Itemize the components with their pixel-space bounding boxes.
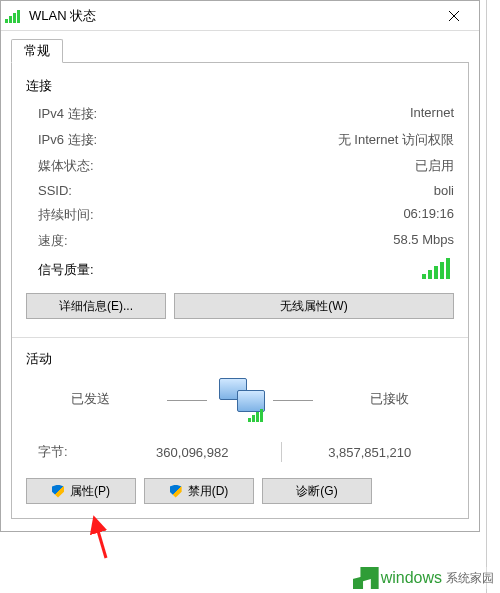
- speed-label: 速度:: [38, 232, 68, 250]
- received-label: 已接收: [325, 390, 454, 408]
- network-activity-icon: [219, 378, 262, 420]
- row-ipv6: IPv6 连接: 无 Internet 访问权限: [26, 131, 454, 149]
- row-ssid: SSID: boli: [26, 183, 454, 198]
- row-duration: 持续时间: 06:19:16: [26, 206, 454, 224]
- title-bar: WLAN 状态: [1, 1, 479, 31]
- close-button[interactable]: [433, 1, 475, 31]
- row-media: 媒体状态: 已启用: [26, 157, 454, 175]
- media-value: 已启用: [415, 157, 454, 175]
- separator: [12, 337, 468, 338]
- duration-label: 持续时间:: [38, 206, 94, 224]
- bytes-label: 字节:: [38, 443, 108, 461]
- media-label: 媒体状态:: [38, 157, 94, 175]
- bytes-sent-value: 360,096,982: [108, 445, 277, 460]
- sent-label: 已发送: [26, 390, 155, 408]
- details-button[interactable]: 详细信息(E)...: [26, 293, 166, 319]
- diagnose-button[interactable]: 诊断(G): [262, 478, 372, 504]
- shield-icon: [170, 485, 182, 498]
- watermark-sub: 系统家园: [446, 570, 494, 587]
- dash-left: [167, 400, 207, 401]
- properties-button[interactable]: 属性(P): [26, 478, 136, 504]
- speed-value: 58.5 Mbps: [393, 232, 454, 250]
- close-icon: [449, 11, 459, 21]
- ipv6-label: IPv6 连接:: [38, 131, 97, 149]
- dash-right: [273, 400, 313, 401]
- properties-button-label: 属性(P): [70, 483, 110, 500]
- row-ipv4: IPv4 连接: Internet: [26, 105, 454, 123]
- wifi-signal-icon: [5, 9, 23, 23]
- ipv6-value: 无 Internet 访问权限: [338, 131, 454, 149]
- watermark: windows 系统家园: [353, 567, 494, 589]
- connection-section-title: 连接: [26, 77, 454, 95]
- bytes-row: 字节: 360,096,982 3,857,851,210: [26, 442, 454, 462]
- tab-strip: 常规: [11, 39, 469, 63]
- activity-header: 已发送 已接收: [26, 378, 454, 420]
- disable-button[interactable]: 禁用(D): [144, 478, 254, 504]
- wireless-properties-button[interactable]: 无线属性(W): [174, 293, 454, 319]
- right-edge-scroll: [486, 0, 500, 593]
- signal-bars-icon: [422, 258, 454, 279]
- ssid-value: boli: [434, 183, 454, 198]
- activity-section-title: 活动: [26, 350, 454, 368]
- tab-general[interactable]: 常规: [11, 39, 63, 63]
- ipv4-label: IPv4 连接:: [38, 105, 97, 123]
- window-title: WLAN 状态: [29, 7, 427, 25]
- signal-label: 信号质量:: [38, 261, 94, 279]
- watermark-logo-icon: [353, 567, 379, 589]
- ipv4-value: Internet: [410, 105, 454, 123]
- row-signal: 信号质量:: [26, 258, 454, 279]
- general-panel: 连接 IPv4 连接: Internet IPv6 连接: 无 Internet…: [11, 63, 469, 519]
- bytes-divider: [281, 442, 282, 462]
- ssid-label: SSID:: [38, 183, 72, 198]
- shield-icon: [52, 485, 64, 498]
- disable-button-label: 禁用(D): [188, 483, 229, 500]
- watermark-brand: windows: [381, 569, 442, 587]
- row-speed: 速度: 58.5 Mbps: [26, 232, 454, 250]
- duration-value: 06:19:16: [403, 206, 454, 224]
- bytes-received-value: 3,857,851,210: [286, 445, 455, 460]
